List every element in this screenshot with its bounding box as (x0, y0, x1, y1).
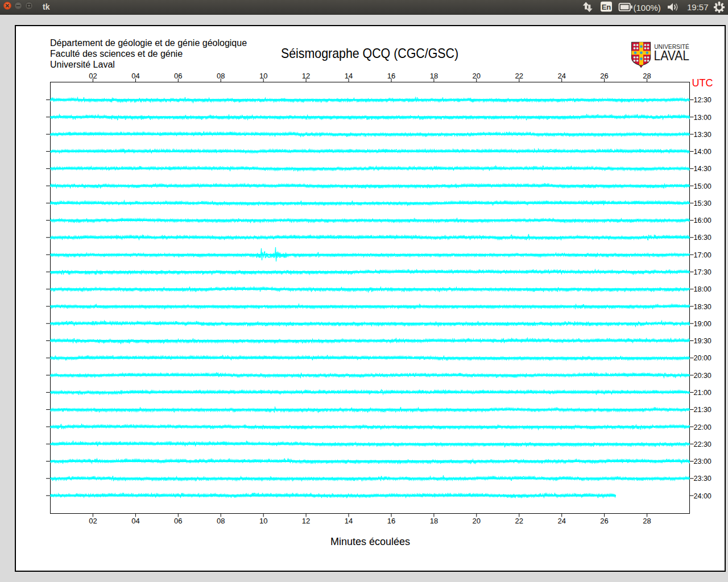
svg-text:En: En (602, 3, 611, 11)
svg-text:19:57: 19:57 (687, 2, 709, 12)
svg-text:LAVAL: LAVAL (654, 48, 690, 63)
svg-text:(100%): (100%) (634, 3, 661, 13)
